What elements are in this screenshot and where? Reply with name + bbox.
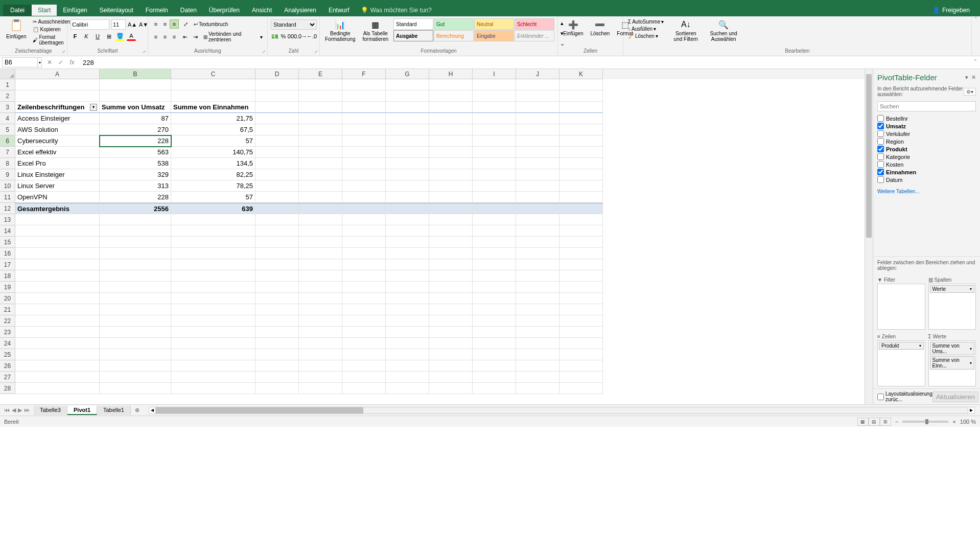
align-right-button[interactable]: ≡ — [170, 32, 179, 41]
cell-C7[interactable]: 140,75 — [171, 147, 255, 158]
row-header-22[interactable]: 22 — [0, 315, 15, 327]
cell-I15[interactable] — [473, 237, 516, 248]
cell-G2[interactable] — [386, 90, 429, 102]
cell-G25[interactable] — [386, 349, 429, 360]
sheet-nav-next[interactable]: ▶ — [18, 407, 22, 413]
cell-K19[interactable] — [559, 282, 603, 293]
conditional-formatting-button[interactable]: 📊 Bedingte Formatierung — [323, 18, 357, 48]
cell-K7[interactable] — [559, 147, 603, 158]
cell-K17[interactable] — [559, 259, 603, 270]
row-header-9[interactable]: 9 — [0, 169, 15, 180]
cell-D10[interactable] — [255, 180, 299, 192]
cell-I21[interactable] — [473, 304, 516, 315]
cell-I19[interactable] — [473, 282, 516, 293]
field-label-Region[interactable]: Region — [886, 139, 904, 145]
cell-F10[interactable] — [342, 180, 386, 192]
cell-G28[interactable] — [386, 383, 429, 394]
cell-C5[interactable]: 67,5 — [171, 124, 255, 135]
cell-A16[interactable] — [15, 248, 100, 259]
cell-K24[interactable] — [559, 338, 603, 349]
area-values-drop[interactable]: Summe von Ums...▾Summe von Einn...▾ — [928, 340, 976, 386]
zoom-in-button[interactable]: + — [952, 419, 955, 425]
cell-J7[interactable] — [516, 147, 559, 158]
percent-button[interactable]: % — [279, 32, 287, 41]
cell-E14[interactable] — [299, 225, 342, 237]
cell-K8[interactable] — [559, 158, 603, 169]
cell-H8[interactable] — [429, 158, 473, 169]
cell-J25[interactable] — [516, 349, 559, 360]
cell-C14[interactable] — [171, 225, 255, 237]
hscroll-thumb[interactable] — [156, 407, 363, 413]
column-header-I[interactable]: I — [473, 69, 516, 79]
cell-I1[interactable] — [473, 79, 516, 90]
cell-J6[interactable] — [516, 135, 559, 147]
cell-F28[interactable] — [342, 383, 386, 394]
cell-F9[interactable] — [342, 169, 386, 180]
cell-E25[interactable] — [299, 349, 342, 360]
cell-K3[interactable] — [559, 102, 603, 113]
row-header-15[interactable]: 15 — [0, 237, 15, 248]
tab-file[interactable]: Datei — [3, 5, 32, 16]
cell-F6[interactable] — [342, 135, 386, 147]
cell-E19[interactable] — [299, 282, 342, 293]
more-tables-link[interactable]: Weitere Tabellen... — [873, 186, 980, 197]
autosum-button[interactable]: ΣAutoSumme▾ — [626, 18, 665, 25]
cell-D4[interactable] — [255, 113, 299, 124]
cell-H26[interactable] — [429, 360, 473, 372]
cell-I17[interactable] — [473, 259, 516, 270]
cell-J10[interactable] — [516, 180, 559, 192]
indent-decrease-button[interactable]: ⇤ — [181, 32, 189, 41]
cell-D25[interactable] — [255, 349, 299, 360]
column-header-K[interactable]: K — [559, 69, 603, 79]
area-columns-drop[interactable]: Werte▾ — [928, 284, 976, 330]
cell-K23[interactable] — [559, 327, 603, 338]
cell-J23[interactable] — [516, 327, 559, 338]
row-header-19[interactable]: 19 — [0, 282, 15, 293]
sheet-tab-Tabelle1[interactable]: Tabelle1 — [97, 406, 131, 415]
align-bottom-button[interactable]: ≡ — [170, 19, 179, 29]
cell-E21[interactable] — [299, 304, 342, 315]
cell-F8[interactable] — [342, 158, 386, 169]
align-top-button[interactable]: ≡ — [151, 19, 160, 29]
cell-J28[interactable] — [516, 383, 559, 394]
cell-K21[interactable] — [559, 304, 603, 315]
cell-K5[interactable] — [559, 124, 603, 135]
pivot-settings-button[interactable]: ⚙▾ — [964, 88, 976, 96]
align-middle-button[interactable]: ≡ — [160, 19, 170, 29]
field-checkbox-Umsatz[interactable] — [877, 123, 884, 129]
italic-button[interactable]: K — [82, 32, 91, 41]
cell-C15[interactable] — [171, 237, 255, 248]
cell-D13[interactable] — [255, 214, 299, 225]
cell-G13[interactable] — [386, 214, 429, 225]
cell-B15[interactable] — [100, 237, 171, 248]
cell-I3[interactable] — [473, 102, 516, 113]
style-eingabe[interactable]: Eingabe — [474, 30, 514, 41]
cell-J2[interactable] — [516, 90, 559, 102]
cell-A10[interactable]: Linux Server — [15, 180, 100, 192]
tab-entwurf[interactable]: Entwurf — [322, 5, 356, 16]
cell-H27[interactable] — [429, 372, 473, 383]
row-header-14[interactable]: 14 — [0, 225, 15, 237]
cell-B20[interactable] — [100, 293, 171, 304]
cell-G16[interactable] — [386, 248, 429, 259]
zoom-slider[interactable] — [902, 421, 948, 423]
area-chip[interactable]: Produkt▾ — [879, 342, 924, 350]
increase-font-button[interactable]: A▲ — [128, 20, 137, 29]
cell-I7[interactable] — [473, 147, 516, 158]
cell-G21[interactable] — [386, 304, 429, 315]
column-header-F[interactable]: F — [342, 69, 386, 79]
cell-A4[interactable]: Access Einsteiger — [15, 113, 100, 124]
cell-H22[interactable] — [429, 315, 473, 327]
cell-I16[interactable] — [473, 248, 516, 259]
cell-B27[interactable] — [100, 372, 171, 383]
view-page-layout-button[interactable]: ▤ — [869, 418, 880, 426]
style-ausgabe[interactable]: Ausgabe — [393, 30, 433, 41]
select-all-corner[interactable] — [0, 69, 15, 79]
cell-I6[interactable] — [473, 135, 516, 147]
find-select-button[interactable]: 🔍Suchen und Auswählen — [706, 18, 741, 48]
cell-D1[interactable] — [255, 79, 299, 90]
share-button[interactable]: 👤 Freigeben — [932, 7, 970, 14]
cell-B10[interactable]: 313 — [100, 180, 171, 192]
cell-B17[interactable] — [100, 259, 171, 270]
cut-button[interactable]: ✂Ausschneiden — [31, 18, 72, 25]
